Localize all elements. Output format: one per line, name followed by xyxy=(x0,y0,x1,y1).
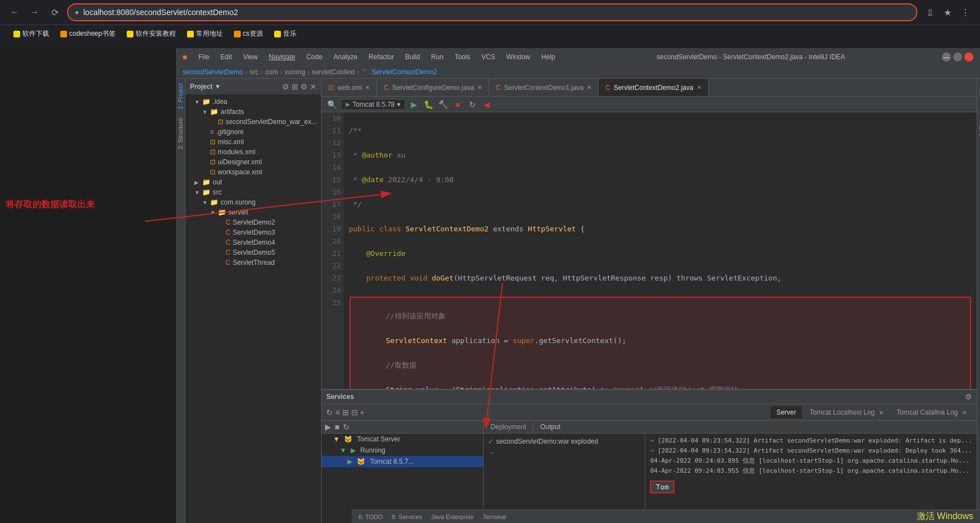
tree-uidesigner[interactable]: ⊡ uiDesigner.xml xyxy=(185,157,321,167)
tree-src-dir[interactable]: ▼ 📁 src xyxy=(185,187,321,197)
forward-button[interactable]: → xyxy=(27,4,42,20)
tree-servletdemo4[interactable]: C ServletDemo4 xyxy=(185,237,321,248)
more-icon[interactable]: ◀ xyxy=(481,99,493,110)
breadcrumb-com[interactable]: com xyxy=(265,68,278,76)
tree-servletdemo3[interactable]: C ServletDemo3 xyxy=(185,227,321,237)
svc-expand-icon[interactable]: ⊞ xyxy=(342,408,349,417)
menu-analyze[interactable]: Analyze xyxy=(329,51,362,63)
maximize-button[interactable] xyxy=(953,53,962,61)
tree-servletdemo5[interactable]: C ServletDemo5 xyxy=(185,248,321,258)
address-bar[interactable]: ● localhost:8080/secondServlet/contextDe… xyxy=(67,3,917,21)
services-settings-icon[interactable]: ⚙ xyxy=(965,392,972,401)
tab-contextdemo1[interactable]: C ServletContextDemo1.java ✕ xyxy=(489,79,599,96)
menu-help[interactable]: Help xyxy=(537,51,560,63)
menu-refactor[interactable]: Refactor xyxy=(364,51,398,63)
activate-windows[interactable]: 激活 Windows xyxy=(917,511,973,521)
reload-button[interactable]: ⟳ xyxy=(47,4,63,20)
update-button[interactable]: ↻ xyxy=(467,99,478,110)
tab-close-configure[interactable]: ✕ xyxy=(477,84,482,91)
bookmark-install[interactable]: 软件安装教程 xyxy=(122,28,180,40)
build-button[interactable]: 🔨 xyxy=(438,99,449,110)
menu-view[interactable]: View xyxy=(239,51,262,63)
svc-play-icon[interactable]: ▶ xyxy=(325,422,331,431)
tree-artifacts-dir[interactable]: ▼ 📁 artifacts xyxy=(185,107,321,117)
tomcat-server-item[interactable]: ▼ 🐱 Tomcat Server xyxy=(322,434,483,445)
menu-window[interactable]: Window xyxy=(502,51,535,63)
menu-button[interactable]: ⋮ xyxy=(958,4,973,20)
svc-collapse-icon[interactable]: ≡ xyxy=(335,408,340,417)
bookmark-common[interactable]: 常用地址 xyxy=(183,28,227,40)
terminal-status[interactable]: Terminal xyxy=(482,514,506,520)
stop-button[interactable]: ■ xyxy=(452,99,463,110)
run-config-selector[interactable]: ▶ Tomcat 8.5.78 ▾ xyxy=(341,99,405,110)
menu-run[interactable]: Run xyxy=(427,51,448,63)
svc-restart-icon[interactable]: ↻ xyxy=(343,422,350,431)
run-button[interactable]: ▶ xyxy=(409,99,420,110)
web-tab-label[interactable]: Web xyxy=(977,79,980,100)
menu-build[interactable]: Build xyxy=(400,51,424,63)
structure-tab-label[interactable]: 2: Structure xyxy=(176,113,185,154)
tab-close-webxml[interactable]: ✕ xyxy=(365,84,370,91)
bookmark-software[interactable]: 软件下载 xyxy=(9,28,54,40)
tomcat-857-item[interactable]: ▶ 🐱 Tomcat 8.5.7... xyxy=(322,456,483,467)
code-editor[interactable]: 10 11 12 13 14 15 16 17 18 19 20 21 22 2… xyxy=(322,112,976,389)
layout-icon[interactable]: ⊞ xyxy=(291,82,298,91)
breadcrumb-xurong[interactable]: xurong xyxy=(285,68,305,76)
tab-webxml[interactable]: ⊡ web.xml ✕ xyxy=(322,79,377,96)
svc-filter-icon[interactable]: ⊟ xyxy=(351,408,358,417)
menu-edit[interactable]: Edit xyxy=(216,51,237,63)
tab-close-localhost[interactable]: ✕ xyxy=(879,410,883,416)
settings-icon[interactable]: ⚙ xyxy=(300,82,308,91)
breadcrumb-project[interactable]: secondServletDemo xyxy=(183,68,243,76)
project-tab-label[interactable]: 1: Project xyxy=(176,79,185,113)
tree-com-xurong[interactable]: ▼ 📁 com.xurong xyxy=(185,197,321,207)
bookmark-music[interactable]: 音乐 xyxy=(270,28,301,40)
tree-servlet-dir[interactable]: ▼ 📁 servlet xyxy=(185,207,321,217)
deployment-item[interactable]: ✓ secondServletDemo:war exploded xyxy=(488,436,640,447)
breadcrumb-src[interactable]: src xyxy=(250,68,259,76)
menu-code[interactable]: Code xyxy=(302,51,327,63)
tab-contextdemo2[interactable]: C ServletContextDemo2.java ✕ xyxy=(599,79,708,96)
tab-catalina-log[interactable]: Tomcat Catalina Log ✕ xyxy=(891,406,972,419)
gear-icon[interactable]: ⚙ xyxy=(282,82,289,91)
running-item[interactable]: ▼ ▶ Running xyxy=(322,445,483,456)
tab-server[interactable]: Server xyxy=(771,406,801,419)
bookmark-button[interactable]: ★ xyxy=(940,4,955,20)
tree-workspace[interactable]: ⊡ workspace.xml xyxy=(185,167,321,177)
tab-configuredemo[interactable]: C ServletConfigureDemo.java ✕ xyxy=(377,79,489,96)
tree-servletthread[interactable]: C ServletThread xyxy=(185,258,321,268)
svc-refresh-icon[interactable]: ↻ xyxy=(326,408,333,417)
services-status[interactable]: 8: Services xyxy=(392,514,422,520)
share-button[interactable]: ⇫ xyxy=(922,4,938,20)
deployment-tab[interactable]: Deployment xyxy=(484,421,533,433)
todo-status[interactable]: 6: TODO xyxy=(358,514,383,520)
close-panel-icon[interactable]: ✕ xyxy=(310,82,317,91)
tree-misc-xml[interactable]: ⊡ misc.xml xyxy=(185,137,321,147)
java-enterprise-status[interactable]: Java Enterprise xyxy=(431,514,474,520)
back-button[interactable]: ← xyxy=(7,4,22,20)
bookmark-cs[interactable]: cs资源 xyxy=(230,28,267,40)
minimize-button[interactable]: — xyxy=(942,53,951,61)
breadcrumb-servletcontext[interactable]: servletContext xyxy=(312,68,355,76)
deploy-arrow-btn[interactable]: → xyxy=(488,447,640,458)
tab-localhost-log[interactable]: Tomcat Localhost Log ✕ xyxy=(804,406,889,419)
tree-gitignore[interactable]: ≡ .gitignore xyxy=(185,127,321,137)
favorites-tab-label[interactable]: 2: Favorites xyxy=(977,100,980,141)
tree-war-file[interactable]: ⊡ secondServletDemo_war_ex... xyxy=(185,117,321,127)
close-button[interactable] xyxy=(964,53,973,61)
tree-idea-dir[interactable]: ▼ 📁 .idea xyxy=(185,97,321,107)
menu-tools[interactable]: Tools xyxy=(450,51,475,63)
menu-file[interactable]: File xyxy=(194,51,213,63)
menu-navigate[interactable]: Navigate xyxy=(264,51,299,63)
tab-close-context1[interactable]: ✕ xyxy=(587,84,591,91)
debug-button[interactable]: 🐛 xyxy=(423,99,434,110)
breadcrumb-class[interactable]: ⚫ ServletContextDemo2 xyxy=(361,68,437,76)
bookmark-codesheep[interactable]: codesheep书签 xyxy=(56,28,120,40)
output-tab[interactable]: Output xyxy=(533,421,567,433)
tab-close-context2[interactable]: ✕ xyxy=(697,84,701,91)
tab-close-catalina[interactable]: ✕ xyxy=(962,410,967,416)
menu-vcs[interactable]: VCS xyxy=(477,51,500,63)
svc-add-icon[interactable]: + xyxy=(360,408,365,417)
tree-servletdemo2[interactable]: C ServletDemo2 xyxy=(185,217,321,227)
svc-stop-icon[interactable]: ■ xyxy=(334,422,339,431)
